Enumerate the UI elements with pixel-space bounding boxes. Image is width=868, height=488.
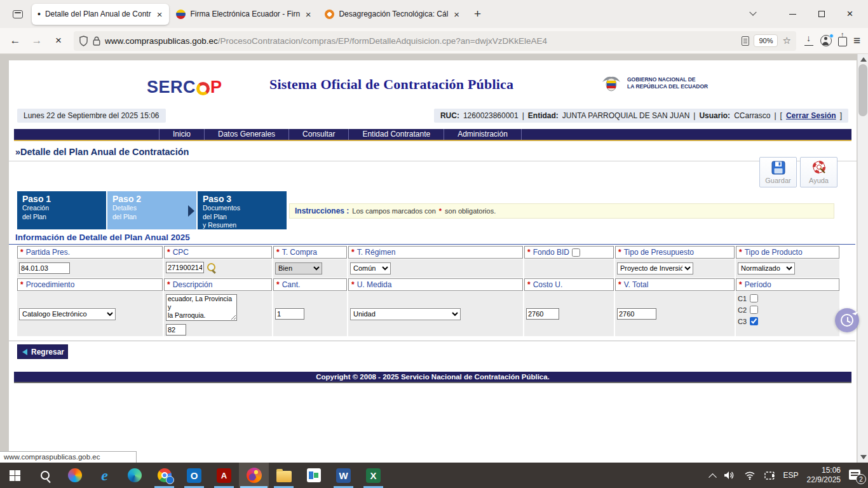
url-text[interactable]: www.compraspublicas.gob.ec/ProcesoContra… [105,36,737,46]
bookmark-star-icon[interactable]: ☆ [782,35,790,46]
t-regimen-select[interactable]: Común [350,262,391,274]
edge-button[interactable] [119,463,149,488]
c1-checkbox[interactable] [750,294,758,302]
start-button[interactable] [0,463,30,488]
instructions-box: Instrucciones : Los campos marcados con … [289,203,834,219]
menu-item-administracion[interactable]: Administración [444,129,522,140]
step-1[interactable]: Paso 1 Creación del Plan [17,191,106,229]
usuario-label: Usuario: [699,111,730,120]
excel-button[interactable]: X [358,463,388,488]
reader-mode-icon[interactable] [742,36,749,46]
costo-u-input[interactable] [526,308,559,320]
cant-input[interactable] [275,308,304,320]
tab-desagregacion[interactable]: Desagregación Tecnológica: Cál × [319,4,466,25]
word-button[interactable]: W [329,463,358,488]
header-descripcion: Descripción [173,280,213,289]
cpc-search-icon[interactable] [207,263,217,273]
menu-item-inicio[interactable]: Inicio [159,129,205,140]
back-button[interactable]: ← [5,31,25,50]
firefox-button[interactable] [239,463,269,488]
firefox-view-icon[interactable] [8,5,28,23]
tab-close-icon[interactable]: × [304,9,313,20]
photos-app-button[interactable] [299,463,329,488]
floating-timer-widget[interactable] [835,308,859,332]
list-all-tabs-icon[interactable] [744,5,762,23]
acrobat-button[interactable]: A [209,463,239,488]
tipo-producto-select[interactable]: Normalizado [738,262,795,274]
v-total-input[interactable] [617,308,656,320]
header-tipo-presupuesto: Tipo de Presupuesto [624,248,694,257]
internet-explorer-button[interactable]: e [90,463,119,488]
logout-link[interactable]: Cerrar Sesión [786,111,836,120]
clock-wing-icon [841,314,853,327]
save-label: Guardar [765,177,790,184]
scroll-up-icon[interactable] [860,57,867,62]
required-asterisk: * [439,207,442,215]
tab-firma-electronica[interactable]: Firma Electrónica Ecuador - Firn × [170,4,318,25]
tab-close-icon[interactable]: × [156,9,164,20]
outlook-icon: O [187,468,201,483]
page-content: SERC P Sistema Oficial de Contratación P… [9,60,857,463]
taskbar-clock[interactable]: 15:06 22/9/2025 [807,466,841,485]
url-path: /ProcesoContratacion/compras/EP/formDeta… [218,36,547,46]
vertical-scrollbar[interactable] [857,54,868,463]
maximize-button[interactable] [807,3,836,25]
language-indicator[interactable]: ESP [783,471,799,480]
minimize-button[interactable] [778,3,807,25]
partida-input[interactable] [19,262,70,274]
display-connect-icon[interactable] [764,471,775,480]
chrome-button[interactable] [149,463,179,488]
step-2-current[interactable]: Paso 2 Detalles del Plan [107,191,196,229]
word-icon: W [336,468,351,483]
menu-hamburger-icon[interactable]: ≡ [853,34,860,48]
scrollbar-thumb[interactable] [858,64,867,116]
account-icon[interactable] [820,35,832,46]
t-compra-select[interactable]: Bien [275,262,322,274]
notification-center-button[interactable]: 2 [849,470,862,481]
tab-detalle-plan[interactable]: • Detalle del Plan Anual de Contr × [32,4,169,25]
menu-item-consultar[interactable]: Consultar [289,129,349,140]
tab-bar: • Detalle del Plan Anual de Contr × Firm… [0,0,868,28]
c3-checkbox[interactable] [750,317,758,325]
menu-item-datos-generales[interactable]: Datos Generales [205,129,289,140]
downloads-icon[interactable] [804,36,814,46]
scroll-down-icon[interactable] [860,455,867,459]
title-divider [9,161,857,161]
step-3[interactable]: Paso 3 Documentos del Plan y Resumen [198,191,287,229]
wifi-icon[interactable] [744,471,756,480]
save-button[interactable]: Guardar [759,157,797,187]
tab-close-icon[interactable]: × [452,9,461,20]
copilot-button[interactable] [60,463,90,488]
help-label: Ayuda [809,177,829,184]
forward-button[interactable]: → [27,31,47,50]
cpc-input[interactable] [166,262,204,273]
zoom-level-button[interactable]: 90% [754,34,778,47]
menu-item-entidad-contratante[interactable]: Entidad Contratante [349,129,444,140]
file-explorer-button[interactable] [269,463,299,488]
entidad-value: JUNTA PARROQUIAL DE SAN JUAN [562,111,689,120]
new-tab-button[interactable]: + [468,6,487,22]
header-t-compra: T. Compra [282,248,317,257]
volume-icon[interactable] [724,470,736,480]
regresar-button[interactable]: Regresar [17,344,68,359]
header-v-total: V. Total [624,280,649,289]
tracking-shield-icon[interactable] [79,36,88,46]
procedimiento-select[interactable]: Catalogo Electrónico [19,308,116,320]
datetime-badge: Lunes 22 de Septiembre del 2025 15:06 [17,109,166,123]
value-row-1: Bien Común Proyecto de Inversión Normali… [17,259,839,278]
descripcion-aux-input[interactable] [166,324,186,336]
tipo-presupuesto-select[interactable]: Proyecto de Inversión [617,262,693,274]
close-button[interactable]: × [836,3,864,25]
stop-button[interactable]: × [48,31,69,50]
descripcion-textarea[interactable]: ecuador, La Provincia y la Parroquia. [166,294,237,321]
help-button[interactable]: Ayuda [800,157,837,187]
search-button[interactable] [30,463,60,488]
address-bar[interactable]: www.compraspublicas.gob.ec/ProcesoContra… [74,31,796,51]
c2-checkbox[interactable] [750,306,758,314]
tray-expand-icon[interactable] [709,473,717,481]
fondo-bid-checkbox[interactable] [572,248,580,257]
lock-icon[interactable] [93,36,100,46]
u-medida-select[interactable]: Unidad [350,308,461,320]
outlook-button[interactable]: O [179,463,209,488]
share-icon[interactable] [838,37,847,46]
